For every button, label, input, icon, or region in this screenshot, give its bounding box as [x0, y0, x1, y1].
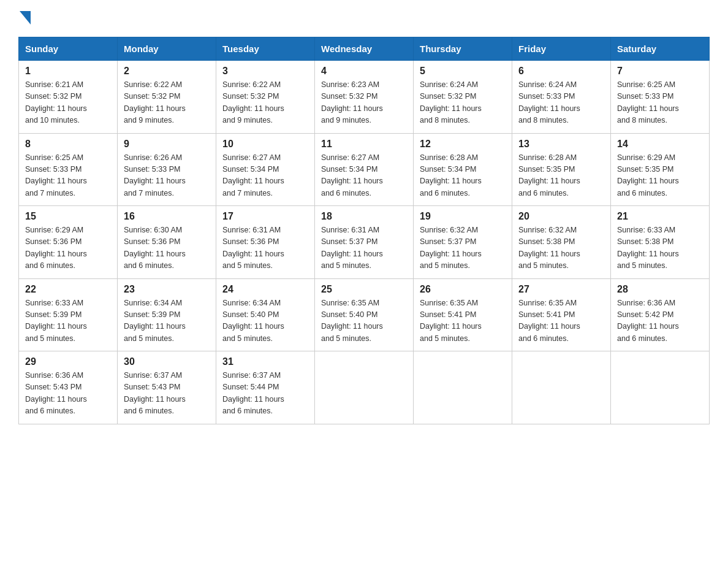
calendar-cell: 18Sunrise: 6:31 AMSunset: 5:37 PMDayligh… [315, 206, 414, 279]
day-info: Sunrise: 6:35 AMSunset: 5:41 PMDaylight:… [420, 297, 506, 345]
calendar-cell: 15Sunrise: 6:29 AMSunset: 5:36 PMDayligh… [19, 206, 118, 279]
calendar-cell: 20Sunrise: 6:32 AMSunset: 5:38 PMDayligh… [512, 206, 611, 279]
day-info: Sunrise: 6:36 AMSunset: 5:42 PMDaylight:… [617, 297, 703, 345]
calendar-cell: 16Sunrise: 6:30 AMSunset: 5:36 PMDayligh… [118, 206, 216, 279]
calendar-cell: 29Sunrise: 6:36 AMSunset: 5:43 PMDayligh… [19, 351, 118, 424]
calendar-cell: 10Sunrise: 6:27 AMSunset: 5:34 PMDayligh… [216, 133, 315, 206]
calendar-week-row: 15Sunrise: 6:29 AMSunset: 5:36 PMDayligh… [19, 206, 710, 279]
day-number: 1 [25, 66, 111, 77]
day-number: 17 [222, 211, 308, 222]
day-number: 27 [518, 284, 604, 295]
day-number: 7 [617, 66, 703, 77]
day-info: Sunrise: 6:24 AMSunset: 5:33 PMDaylight:… [518, 79, 604, 127]
day-number: 31 [222, 356, 308, 367]
logo-icon [20, 11, 31, 25]
calendar-cell: 28Sunrise: 6:36 AMSunset: 5:42 PMDayligh… [611, 278, 710, 351]
day-info: Sunrise: 6:31 AMSunset: 5:37 PMDaylight:… [321, 224, 407, 272]
day-info: Sunrise: 6:34 AMSunset: 5:40 PMDaylight:… [222, 297, 308, 345]
day-info: Sunrise: 6:32 AMSunset: 5:38 PMDaylight:… [518, 224, 604, 272]
day-number: 19 [420, 211, 506, 222]
calendar-cell: 11Sunrise: 6:27 AMSunset: 5:34 PMDayligh… [315, 133, 414, 206]
day-number: 2 [124, 66, 210, 77]
calendar-cell: 14Sunrise: 6:29 AMSunset: 5:35 PMDayligh… [611, 133, 710, 206]
day-info: Sunrise: 6:37 AMSunset: 5:43 PMDaylight:… [124, 370, 210, 418]
calendar-cell: 26Sunrise: 6:35 AMSunset: 5:41 PMDayligh… [414, 278, 512, 351]
day-number: 16 [124, 211, 210, 222]
calendar-cell [512, 351, 611, 424]
day-info: Sunrise: 6:26 AMSunset: 5:33 PMDaylight:… [124, 152, 210, 200]
day-number: 20 [518, 211, 604, 222]
calendar-cell: 2Sunrise: 6:22 AMSunset: 5:32 PMDaylight… [118, 61, 216, 134]
day-info: Sunrise: 6:35 AMSunset: 5:41 PMDaylight:… [518, 297, 604, 345]
calendar-cell: 12Sunrise: 6:28 AMSunset: 5:34 PMDayligh… [414, 133, 512, 206]
calendar-cell [611, 351, 710, 424]
day-number: 23 [124, 284, 210, 295]
day-info: Sunrise: 6:35 AMSunset: 5:40 PMDaylight:… [321, 297, 407, 345]
day-number: 15 [25, 211, 111, 222]
day-info: Sunrise: 6:34 AMSunset: 5:39 PMDaylight:… [124, 297, 210, 345]
calendar-week-row: 29Sunrise: 6:36 AMSunset: 5:43 PMDayligh… [19, 351, 710, 424]
day-info: Sunrise: 6:27 AMSunset: 5:34 PMDaylight:… [222, 152, 308, 200]
day-info: Sunrise: 6:25 AMSunset: 5:33 PMDaylight:… [617, 79, 703, 127]
day-number: 29 [25, 356, 111, 367]
logo [18, 12, 31, 25]
calendar-cell: 5Sunrise: 6:24 AMSunset: 5:32 PMDaylight… [414, 61, 512, 134]
calendar-header-row: SundayMondayTuesdayWednesdayThursdayFrid… [19, 37, 710, 61]
day-info: Sunrise: 6:24 AMSunset: 5:32 PMDaylight:… [420, 79, 506, 127]
calendar-week-row: 1Sunrise: 6:21 AMSunset: 5:32 PMDaylight… [19, 61, 710, 134]
calendar-cell: 1Sunrise: 6:21 AMSunset: 5:32 PMDaylight… [19, 61, 118, 134]
calendar-cell: 22Sunrise: 6:33 AMSunset: 5:39 PMDayligh… [19, 278, 118, 351]
day-number: 24 [222, 284, 308, 295]
svg-marker-0 [20, 11, 31, 25]
page-header [18, 12, 710, 25]
day-number: 22 [25, 284, 111, 295]
day-info: Sunrise: 6:28 AMSunset: 5:35 PMDaylight:… [518, 152, 604, 200]
calendar-table: SundayMondayTuesdayWednesdayThursdayFrid… [18, 37, 710, 424]
weekday-header-wednesday: Wednesday [315, 37, 414, 61]
calendar-cell: 31Sunrise: 6:37 AMSunset: 5:44 PMDayligh… [216, 351, 315, 424]
calendar-cell: 4Sunrise: 6:23 AMSunset: 5:32 PMDaylight… [315, 61, 414, 134]
weekday-header-thursday: Thursday [414, 37, 512, 61]
calendar-week-row: 22Sunrise: 6:33 AMSunset: 5:39 PMDayligh… [19, 278, 710, 351]
calendar-cell: 6Sunrise: 6:24 AMSunset: 5:33 PMDaylight… [512, 61, 611, 134]
calendar-cell [414, 351, 512, 424]
day-number: 26 [420, 284, 506, 295]
day-info: Sunrise: 6:33 AMSunset: 5:39 PMDaylight:… [25, 297, 111, 345]
day-number: 13 [518, 139, 604, 150]
weekday-header-monday: Monday [118, 37, 216, 61]
day-info: Sunrise: 6:25 AMSunset: 5:33 PMDaylight:… [25, 152, 111, 200]
day-info: Sunrise: 6:32 AMSunset: 5:37 PMDaylight:… [420, 224, 506, 272]
day-number: 12 [420, 139, 506, 150]
weekday-header-tuesday: Tuesday [216, 37, 315, 61]
day-number: 30 [124, 356, 210, 367]
calendar-cell: 24Sunrise: 6:34 AMSunset: 5:40 PMDayligh… [216, 278, 315, 351]
day-number: 4 [321, 66, 407, 77]
day-info: Sunrise: 6:33 AMSunset: 5:38 PMDaylight:… [617, 224, 703, 272]
day-info: Sunrise: 6:31 AMSunset: 5:36 PMDaylight:… [222, 224, 308, 272]
day-info: Sunrise: 6:27 AMSunset: 5:34 PMDaylight:… [321, 152, 407, 200]
day-number: 9 [124, 139, 210, 150]
calendar-cell: 21Sunrise: 6:33 AMSunset: 5:38 PMDayligh… [611, 206, 710, 279]
day-info: Sunrise: 6:22 AMSunset: 5:32 PMDaylight:… [222, 79, 308, 127]
day-number: 28 [617, 284, 703, 295]
day-number: 5 [420, 66, 506, 77]
day-info: Sunrise: 6:29 AMSunset: 5:36 PMDaylight:… [25, 224, 111, 272]
day-number: 21 [617, 211, 703, 222]
calendar-cell: 30Sunrise: 6:37 AMSunset: 5:43 PMDayligh… [118, 351, 216, 424]
calendar-cell: 25Sunrise: 6:35 AMSunset: 5:40 PMDayligh… [315, 278, 414, 351]
weekday-header-saturday: Saturday [611, 37, 710, 61]
day-number: 14 [617, 139, 703, 150]
day-number: 25 [321, 284, 407, 295]
calendar-week-row: 8Sunrise: 6:25 AMSunset: 5:33 PMDaylight… [19, 133, 710, 206]
calendar-cell: 23Sunrise: 6:34 AMSunset: 5:39 PMDayligh… [118, 278, 216, 351]
calendar-cell: 27Sunrise: 6:35 AMSunset: 5:41 PMDayligh… [512, 278, 611, 351]
weekday-header-sunday: Sunday [19, 37, 118, 61]
calendar-cell: 3Sunrise: 6:22 AMSunset: 5:32 PMDaylight… [216, 61, 315, 134]
day-info: Sunrise: 6:22 AMSunset: 5:32 PMDaylight:… [124, 79, 210, 127]
day-number: 3 [222, 66, 308, 77]
day-info: Sunrise: 6:28 AMSunset: 5:34 PMDaylight:… [420, 152, 506, 200]
day-number: 6 [518, 66, 604, 77]
day-info: Sunrise: 6:29 AMSunset: 5:35 PMDaylight:… [617, 152, 703, 200]
calendar-cell [315, 351, 414, 424]
day-info: Sunrise: 6:36 AMSunset: 5:43 PMDaylight:… [25, 370, 111, 418]
